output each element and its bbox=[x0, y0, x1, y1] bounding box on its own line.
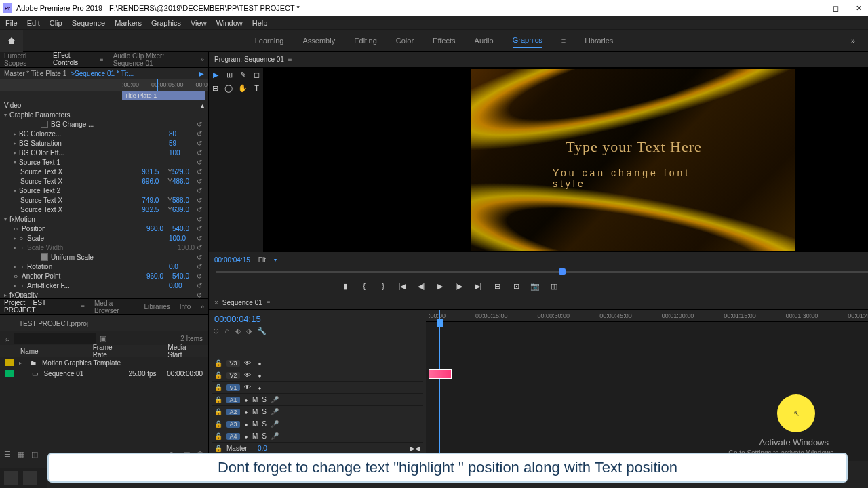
list-view-icon[interactable]: ☰ bbox=[4, 450, 11, 459]
type-tool[interactable]: T bbox=[253, 84, 260, 95]
effect-controls-tabs: Lumetri Scopes Effect Controls ≡ Audio C… bbox=[0, 52, 208, 68]
window-titlebar: Pr Adobe Premiere Pro 2019 - F:\RENDERS\… bbox=[0, 0, 868, 16]
track-a3[interactable]: 🔒A3⬥MS🎤 bbox=[212, 418, 423, 430]
project-filename: TEST PROJECT.prproj bbox=[19, 320, 88, 327]
track-a1[interactable]: 🔒A1⬥MS🎤 bbox=[212, 394, 423, 406]
ec-clip-bar[interactable]: Title Plate 1 bbox=[122, 91, 205, 100]
timeline-timecode[interactable]: 00:00:04:15 bbox=[212, 312, 423, 325]
track-v2[interactable]: 🔒V2👁⬥ bbox=[212, 369, 423, 382]
workspace-libraries[interactable]: Libraries bbox=[585, 34, 613, 47]
step-back-button[interactable]: ◀| bbox=[416, 282, 426, 291]
tab-lumetri[interactable]: Lumetri Scopes bbox=[4, 51, 43, 68]
bgchange-checkbox[interactable] bbox=[41, 121, 48, 128]
maximize-button[interactable]: ◻ bbox=[829, 4, 842, 13]
lift-button[interactable]: ⊟ bbox=[492, 282, 502, 291]
rect-tool[interactable]: ◻ bbox=[252, 70, 260, 81]
link-icon[interactable]: ∩ bbox=[224, 327, 230, 336]
tab-libraries[interactable]: Libraries bbox=[144, 302, 170, 312]
project-overflow[interactable]: » bbox=[200, 303, 204, 310]
project-search-input[interactable] bbox=[14, 333, 96, 344]
panel-overflow[interactable]: » bbox=[200, 56, 204, 63]
menu-graphics[interactable]: Graphics bbox=[151, 19, 181, 27]
timeline-ruler[interactable]: :00:0000:00:15:0000:00:30:0000:00:45:000… bbox=[426, 310, 868, 322]
go-to-out-button[interactable]: ▶| bbox=[473, 282, 483, 291]
timeline-playhead[interactable] bbox=[439, 310, 440, 461]
project-item-sequence[interactable]: ▭ Sequence 01 25.00 fps 00:00:00:00 bbox=[0, 368, 208, 379]
settings-icon[interactable]: ⬗ bbox=[246, 327, 252, 336]
workspace-assembly[interactable]: Assembly bbox=[302, 34, 335, 47]
track-v3[interactable]: 🔒V3👁⬥ bbox=[212, 357, 423, 369]
go-to-in-button[interactable]: |◀ bbox=[397, 282, 407, 291]
workspace-overflow[interactable]: » bbox=[845, 37, 861, 45]
export-frame-button[interactable]: 📷 bbox=[530, 282, 540, 291]
cursor-icon: ↖ bbox=[793, 409, 800, 418]
col-framerate[interactable]: Frame Rate bbox=[93, 344, 114, 359]
close-button[interactable]: ✕ bbox=[852, 4, 865, 13]
uniform-scale-checkbox[interactable] bbox=[41, 253, 48, 261]
selection-tool[interactable]: ▶ bbox=[212, 70, 220, 81]
timeline-tab[interactable]: Sequence 01 bbox=[222, 299, 262, 306]
marker-icon[interactable]: ⬖ bbox=[235, 327, 241, 336]
menu-clip[interactable]: Clip bbox=[50, 19, 62, 27]
ec-mini-ruler[interactable]: :00:00 00:00:05:00 00:00 bbox=[0, 79, 208, 91]
play-button[interactable]: ▶ bbox=[435, 282, 445, 291]
project-item-mogrt[interactable]: ▸ 🖿 Motion Graphics Template bbox=[0, 357, 208, 368]
tab-audio-mixer[interactable]: Audio Clip Mixer: Sequence 01 bbox=[113, 51, 191, 68]
window-title: Adobe Premiere Pro 2019 - F:\RENDERS\@20… bbox=[16, 4, 300, 12]
track-a4[interactable]: 🔒A4⬥MS🎤 bbox=[212, 430, 423, 443]
tab-effect-controls[interactable]: Effect Controls bbox=[53, 50, 90, 68]
home-button[interactable] bbox=[0, 30, 23, 52]
program-monitor[interactable]: Type your Text Here You can change font … bbox=[263, 68, 868, 252]
ec-playhead[interactable] bbox=[157, 79, 158, 91]
track-v1[interactable]: 🔒V1👁⬥ bbox=[212, 382, 423, 394]
workspace-effects[interactable]: Effects bbox=[433, 34, 455, 47]
menu-edit[interactable]: Edit bbox=[27, 19, 40, 27]
mark-clip-button[interactable]: } bbox=[378, 282, 388, 290]
workspace-color[interactable]: Color bbox=[396, 34, 414, 47]
workspace-editing[interactable]: Editing bbox=[354, 34, 377, 47]
extract-button[interactable]: ⊡ bbox=[511, 282, 521, 291]
zoom-fit[interactable]: Fit bbox=[258, 256, 266, 264]
menu-window[interactable]: Window bbox=[216, 19, 243, 27]
minimize-button[interactable]: — bbox=[806, 4, 819, 13]
mark-in-button[interactable]: ▮ bbox=[340, 282, 350, 291]
search-icon: ⌕ bbox=[5, 334, 10, 342]
bin-icon[interactable]: ▣ bbox=[100, 334, 106, 343]
col-mediastart[interactable]: Media Start bbox=[167, 344, 188, 359]
menu-file[interactable]: File bbox=[5, 19, 18, 27]
menu-view[interactable]: View bbox=[191, 19, 207, 27]
workspace-graphics[interactable]: Graphics bbox=[513, 33, 542, 48]
program-timecode[interactable]: 00:00:04:15 bbox=[214, 256, 250, 264]
tab-media-browser[interactable]: Media Browser bbox=[94, 298, 134, 316]
col-name[interactable]: Name bbox=[20, 348, 39, 355]
vertical-text-tool[interactable]: ⊞ bbox=[225, 70, 233, 81]
menu-sequence[interactable]: Sequence bbox=[72, 19, 106, 27]
pen-tool[interactable]: ✎ bbox=[239, 70, 247, 81]
start-button[interactable] bbox=[4, 471, 18, 485]
tab-project[interactable]: Project: TEST PROJECT bbox=[4, 298, 71, 316]
program-playhead[interactable] bbox=[559, 268, 566, 275]
workspace-audio[interactable]: Audio bbox=[475, 34, 494, 47]
align-tool[interactable]: ⊟ bbox=[212, 84, 219, 95]
task-view-button[interactable] bbox=[23, 471, 37, 485]
menu-markers[interactable]: Markers bbox=[115, 19, 142, 27]
track-a2[interactable]: 🔒A2⬥MS🎤 bbox=[212, 406, 423, 418]
windows-taskbar[interactable] bbox=[0, 468, 47, 488]
icon-view-icon[interactable]: ▦ bbox=[18, 450, 24, 459]
step-fwd-button[interactable]: |▶ bbox=[454, 282, 464, 291]
freeform-view-icon[interactable]: ◫ bbox=[31, 450, 38, 459]
menu-help[interactable]: Help bbox=[252, 19, 268, 27]
workspace-learning[interactable]: Learning bbox=[255, 34, 284, 47]
compare-button[interactable]: ◫ bbox=[549, 282, 559, 291]
program-scrubber[interactable] bbox=[209, 267, 868, 277]
tab-info[interactable]: Info bbox=[180, 302, 191, 312]
ec-graphic-params[interactable]: Graphic Parameters bbox=[9, 111, 70, 119]
ellipse-tool[interactable]: ◯ bbox=[224, 84, 233, 95]
mark-out-button[interactable]: { bbox=[359, 282, 369, 290]
sequence-icon: ▭ bbox=[32, 370, 38, 378]
snap-icon[interactable]: ⊕ bbox=[213, 327, 219, 336]
timeline-clip[interactable] bbox=[429, 369, 452, 379]
wrench-icon[interactable]: 🔧 bbox=[257, 327, 267, 336]
ec-sequence-label[interactable]: Sequence 01 * Tit... bbox=[75, 70, 134, 77]
hand-tool[interactable]: ✋ bbox=[238, 84, 248, 95]
